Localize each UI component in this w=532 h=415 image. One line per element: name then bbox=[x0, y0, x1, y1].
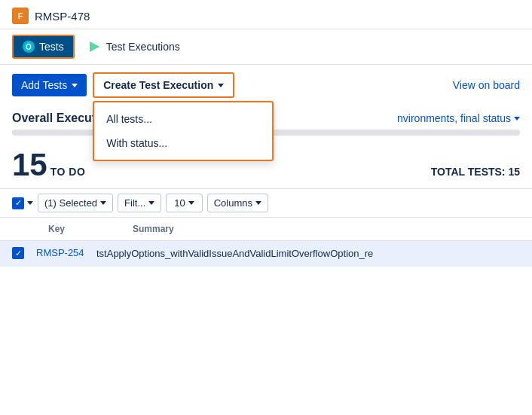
executions-tab-icon bbox=[88, 40, 102, 53]
selected-dropdown[interactable]: (1) Selected bbox=[38, 194, 113, 212]
row-checkbox[interactable]: ✓ bbox=[12, 247, 24, 259]
todo-label: TO DO bbox=[50, 166, 86, 178]
columns-label: Columns bbox=[214, 197, 252, 209]
per-page-chevron-icon bbox=[188, 201, 194, 205]
tab-executions[interactable]: Test Executions bbox=[78, 34, 191, 60]
col-header-key: Key bbox=[48, 224, 109, 234]
view-on-board-button[interactable]: View on board bbox=[453, 79, 520, 91]
dropdown-item-with-status[interactable]: With status... bbox=[94, 131, 272, 155]
table-row[interactable]: ✓ RMSP-254 tstApplyOptions_withValidIssu… bbox=[0, 241, 532, 267]
create-exec-chevron-icon bbox=[218, 84, 224, 87]
header: F RMSP-478 bbox=[0, 0, 532, 29]
page-title: RMSP-478 bbox=[35, 10, 90, 23]
filter-btn-label: Filt... bbox=[124, 197, 145, 209]
row-key[interactable]: RMSP-254 bbox=[36, 247, 84, 260]
create-exec-dropdown: All tests... With status... bbox=[93, 101, 274, 161]
todo-number: 15 bbox=[12, 149, 47, 181]
overall-title: Overall Execut bbox=[12, 111, 96, 125]
play-icon bbox=[90, 41, 99, 52]
checkbox-chevron-icon[interactable] bbox=[27, 201, 33, 205]
columns-chevron-icon bbox=[255, 201, 261, 205]
add-tests-label: Add Tests bbox=[21, 79, 67, 91]
add-tests-button[interactable]: Add Tests bbox=[12, 74, 87, 96]
tab-tests[interactable]: O Tests bbox=[12, 35, 75, 59]
add-tests-chevron-icon bbox=[72, 84, 78, 87]
todo-count: 15 TO DO bbox=[12, 149, 85, 181]
table-controls: ✓ (1) Selected Filt... 10 Columns bbox=[0, 188, 532, 218]
selected-label: (1) Selected bbox=[44, 197, 97, 209]
filter-chevron-icon bbox=[514, 117, 520, 121]
header-icon: F bbox=[12, 8, 29, 24]
col-header-summary: Summary bbox=[133, 224, 174, 234]
filter-dropdown[interactable]: nvironments, final status bbox=[397, 112, 520, 124]
tab-tests-label: Tests bbox=[39, 41, 64, 53]
columns-dropdown[interactable]: Columns bbox=[207, 194, 268, 212]
tabs-bar: O Tests Test Executions bbox=[0, 29, 532, 65]
row-summary: tstApplyOptions_withValidIssueAndValidLi… bbox=[96, 248, 373, 259]
filter-label: nvironments, final status bbox=[397, 112, 511, 124]
checkbox-control[interactable]: ✓ bbox=[12, 197, 33, 209]
filter-dropdown-btn[interactable]: Filt... bbox=[118, 194, 161, 212]
view-on-board-label: View on board bbox=[453, 79, 520, 91]
create-exec-label: Create Test Execution bbox=[103, 79, 213, 91]
selected-chevron-icon bbox=[100, 201, 106, 205]
tests-tab-icon: O bbox=[23, 41, 35, 53]
total-tests: TOTAL TESTS: 15 bbox=[431, 166, 520, 178]
checkmark-icon: ✓ bbox=[15, 199, 22, 207]
row-checkmark-icon: ✓ bbox=[15, 249, 22, 258]
select-all-checkbox[interactable]: ✓ bbox=[12, 197, 24, 209]
filter-btn-chevron-icon bbox=[148, 201, 154, 205]
tab-executions-label: Test Executions bbox=[106, 41, 180, 53]
table-body: ✓ RMSP-254 tstApplyOptions_withValidIssu… bbox=[0, 241, 532, 267]
table-header: Key Summary bbox=[0, 218, 532, 241]
create-test-execution-button[interactable]: Create Test Execution bbox=[93, 72, 234, 98]
toolbar: Add Tests Create Test Execution All test… bbox=[0, 65, 532, 105]
per-page-dropdown[interactable]: 10 bbox=[166, 194, 202, 212]
per-page-label: 10 bbox=[174, 197, 185, 209]
create-exec-wrapper: Create Test Execution All tests... With … bbox=[93, 72, 234, 98]
dropdown-item-all-tests[interactable]: All tests... bbox=[94, 107, 272, 131]
